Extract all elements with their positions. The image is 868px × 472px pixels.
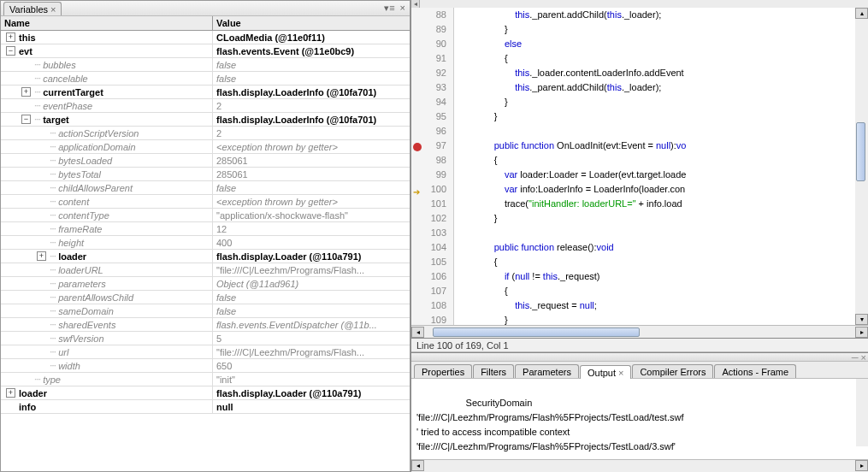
variable-row[interactable]: ····bytesTotal285061 — [1, 168, 410, 181]
breakpoint-icon[interactable] — [413, 143, 422, 151]
panel-close-icon[interactable]: × — [399, 3, 407, 14]
code-line[interactable]: 99 var loader:Loader = Loader(evt.target… — [411, 168, 855, 182]
hscroll-thumb[interactable] — [433, 327, 640, 337]
line-number-gutter[interactable]: 108 — [411, 298, 454, 313]
code-line[interactable]: 108 this._request = null; — [411, 298, 855, 313]
code-line[interactable]: 88 this._parent.addChild(this._loader); — [411, 8, 855, 22]
line-number-gutter[interactable]: 104 — [411, 240, 454, 255]
code-line[interactable]: 105 { — [411, 255, 855, 269]
code-line[interactable]: 94 } — [411, 95, 855, 109]
scroll-down-icon[interactable]: ▾ — [855, 314, 868, 325]
line-number-gutter[interactable]: 97 — [411, 139, 454, 153]
variable-row[interactable]: ····width650 — [1, 359, 410, 373]
variable-row[interactable]: ····bubblesfalse — [1, 58, 410, 72]
variable-row[interactable]: −evtflash.events.Event (@11e0bc9) — [1, 44, 410, 58]
line-number-gutter[interactable]: 95 — [411, 109, 454, 124]
line-number-gutter[interactable]: 100➔ — [411, 182, 454, 197]
variable-row[interactable]: ····height400 — [1, 236, 410, 250]
variable-row[interactable]: ····actionScriptVersion2 — [1, 127, 410, 140]
line-number-gutter[interactable]: 102 — [411, 211, 454, 226]
code-line[interactable]: 97 public function OnLoadInit(evt:Event … — [411, 139, 855, 153]
line-number-gutter[interactable]: 89 — [411, 22, 454, 37]
header-name[interactable]: Name — [1, 16, 213, 30]
variable-row[interactable]: ····sharedEventsflash.events.EventDispat… — [1, 318, 410, 332]
line-number-gutter[interactable]: 107 — [411, 284, 454, 298]
code-line[interactable]: 104 public function release():void — [411, 240, 855, 255]
scroll-right-icon[interactable]: ▸ — [855, 327, 868, 338]
variables-tab[interactable]: Variables × — [3, 2, 62, 15]
code-line[interactable]: 95 } — [411, 109, 855, 124]
code-editor[interactable]: 88 this._parent.addChild(this._loader);8… — [411, 8, 868, 339]
line-number-gutter[interactable]: 105 — [411, 255, 454, 269]
line-number-gutter[interactable]: 88 — [411, 8, 454, 22]
code-line[interactable]: 90 else — [411, 37, 855, 51]
line-number-gutter[interactable]: 101 — [411, 197, 454, 211]
variables-tree[interactable]: +thisCLoadMedia (@11e0f11)−evtflash.even… — [1, 31, 410, 471]
line-number-gutter[interactable]: 106 — [411, 269, 454, 284]
tab-parameters[interactable]: Parameters — [515, 364, 579, 378]
variable-row[interactable]: +thisCLoadMedia (@11e0f11) — [1, 31, 410, 44]
expand-icon[interactable]: + — [21, 87, 31, 97]
collapse-icon[interactable]: − — [6, 46, 15, 56]
variable-row[interactable]: ····parametersObject (@11ad961) — [1, 277, 410, 291]
panel-menu-icon[interactable]: ─ — [852, 352, 859, 363]
variable-row[interactable]: ····url"file:///C|/Leezhm/Programs/Flash… — [1, 345, 410, 359]
tab-output[interactable]: Output× — [580, 365, 631, 379]
code-line[interactable]: 89 } — [411, 22, 855, 37]
code-hscroll[interactable]: ◂ ▸ — [411, 325, 868, 338]
variable-row[interactable]: ····content<exception thrown by getter> — [1, 195, 410, 209]
code-line[interactable]: 102 } — [411, 211, 855, 226]
code-line[interactable]: 106 if (null != this._request) — [411, 269, 855, 284]
variable-row[interactable]: ····sameDomainfalse — [1, 304, 410, 318]
code-line[interactable]: 96 — [411, 124, 855, 139]
expand-icon[interactable]: + — [6, 388, 15, 398]
code-line[interactable]: 101 trace("initHandler: loaderURL=" + in… — [411, 197, 855, 211]
line-number-gutter[interactable]: 92 — [411, 66, 454, 80]
line-number-gutter[interactable]: 93 — [411, 80, 454, 95]
code-line[interactable]: 93 this._parent.addChild(this._loader); — [411, 80, 855, 95]
variable-row[interactable]: ····frameRate12 — [1, 222, 410, 236]
variable-row[interactable]: ····bytesLoaded285061 — [1, 154, 410, 168]
scroll-right-icon[interactable]: ▸ — [855, 460, 868, 471]
output-vscroll[interactable] — [856, 379, 868, 446]
tab-properties[interactable]: Properties — [414, 364, 472, 378]
variable-row[interactable]: ····cancelablefalse — [1, 72, 410, 86]
code-line[interactable]: 91 { — [411, 51, 855, 66]
fold-handle[interactable]: ◂ — [411, 0, 420, 8]
variable-row[interactable]: ····childAllowsParentfalse — [1, 181, 410, 195]
scroll-up-icon[interactable]: ▴ — [855, 8, 868, 19]
scroll-left-icon[interactable]: ◂ — [411, 327, 424, 338]
line-number-gutter[interactable]: 98 — [411, 153, 454, 168]
code-line[interactable]: 92 this._loader.contentLoaderInfo.addEve… — [411, 66, 855, 80]
panel-menu-icon[interactable]: ▾≡ — [382, 3, 396, 14]
line-number-gutter[interactable]: 94 — [411, 95, 454, 109]
code-vscroll[interactable]: ▴ ▾ — [855, 8, 868, 325]
code-line[interactable]: 103 — [411, 226, 855, 240]
code-line[interactable]: 107 { — [411, 284, 855, 298]
variable-row[interactable]: infonull — [1, 400, 410, 414]
variable-row[interactable]: ····contentType"application/x-shockwave-… — [1, 209, 410, 222]
variable-row[interactable]: +····currentTargetflash.display.LoaderIn… — [1, 86, 410, 99]
variable-row[interactable]: ····applicationDomain<exception thrown b… — [1, 140, 410, 154]
variable-row[interactable]: +····loaderflash.display.Loader (@110a79… — [1, 250, 410, 263]
header-value[interactable]: Value — [213, 16, 410, 30]
code-line[interactable]: 100➔ var info:LoaderInfo = LoaderInfo(lo… — [411, 182, 855, 197]
variable-row[interactable]: ····type"init" — [1, 373, 410, 386]
variable-row[interactable]: +loaderflash.display.Loader (@110a791) — [1, 386, 410, 400]
vscroll-thumb[interactable] — [856, 122, 865, 181]
code-line[interactable]: 98 { — [411, 153, 855, 168]
scroll-left-icon[interactable]: ◂ — [411, 460, 424, 471]
line-number-gutter[interactable]: 96 — [411, 124, 454, 139]
line-number-gutter[interactable]: 91 — [411, 51, 454, 66]
output-body[interactable]: SecurityDomain 'file:///C|/Leezhm/Progra… — [411, 379, 868, 459]
close-icon[interactable]: × — [618, 368, 623, 378]
line-number-gutter[interactable]: 103 — [411, 226, 454, 240]
tab-compiler-errors[interactable]: Compiler Errors — [632, 364, 713, 378]
tab-filters[interactable]: Filters — [473, 364, 514, 378]
collapse-icon[interactable]: − — [21, 115, 31, 124]
output-hscroll[interactable]: ◂ ▸ — [411, 459, 868, 472]
variable-row[interactable]: ····loaderURL"file:///C|/Leezhm/Programs… — [1, 263, 410, 277]
variable-row[interactable]: ····parentAllowsChildfalse — [1, 291, 410, 304]
variable-row[interactable]: ····swfVersion5 — [1, 332, 410, 345]
tab-actions-frame[interactable]: Actions - Frame — [714, 364, 796, 378]
